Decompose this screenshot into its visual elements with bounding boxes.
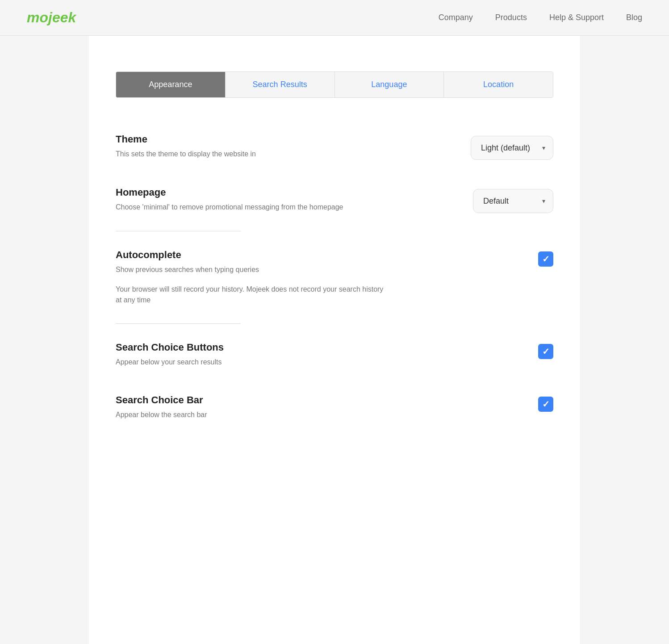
- autocomplete-desc-extra: Your browser will still record your hist…: [116, 284, 384, 305]
- search-choice-bar-info: Search Choice Bar Appear below the searc…: [116, 394, 384, 420]
- autocomplete-desc: Show previous searches when typing queri…: [116, 264, 384, 275]
- homepage-control[interactable]: Default Minimal: [473, 189, 553, 213]
- homepage-info: Homepage Choose 'minimal' to remove prom…: [116, 187, 384, 213]
- nav-help-support[interactable]: Help & Support: [549, 13, 604, 22]
- theme-title: Theme: [116, 134, 384, 145]
- homepage-select-wrapper[interactable]: Default Minimal: [473, 189, 553, 213]
- nav-company[interactable]: Company: [439, 13, 473, 22]
- search-choice-buttons-checkbox[interactable]: [538, 344, 553, 359]
- search-choice-buttons-setting: Search Choice Buttons Appear below your …: [116, 328, 553, 381]
- search-choice-buttons-control[interactable]: [538, 344, 553, 359]
- autocomplete-setting: Autocomplete Show previous searches when…: [116, 236, 553, 319]
- search-choice-buttons-desc: Appear below your search results: [116, 357, 384, 368]
- autocomplete-checkbox[interactable]: [538, 251, 553, 267]
- theme-select[interactable]: Light (default) Dark Auto: [471, 136, 553, 160]
- search-choice-bar-control[interactable]: [538, 397, 553, 412]
- settings-tabs: Appearance Search Results Language Locat…: [116, 71, 553, 98]
- homepage-setting: Homepage Choose 'minimal' to remove prom…: [116, 173, 553, 226]
- theme-setting: Theme This sets the theme to display the…: [116, 120, 553, 173]
- search-choice-bar-checkbox[interactable]: [538, 397, 553, 412]
- theme-control[interactable]: Light (default) Dark Auto: [471, 136, 553, 160]
- logo[interactable]: mojeek: [27, 9, 76, 26]
- search-choice-bar-setting: Search Choice Bar Appear below the searc…: [116, 381, 553, 434]
- search-choice-bar-desc: Appear below the search bar: [116, 410, 384, 420]
- divider-2: [116, 323, 241, 324]
- autocomplete-control[interactable]: [538, 251, 553, 267]
- search-choice-buttons-title: Search Choice Buttons: [116, 342, 384, 353]
- tab-appearance[interactable]: Appearance: [116, 72, 226, 97]
- tab-location[interactable]: Location: [444, 72, 553, 97]
- homepage-title: Homepage: [116, 187, 384, 198]
- tab-search-results[interactable]: Search Results: [226, 72, 335, 97]
- search-choice-buttons-info: Search Choice Buttons Appear below your …: [116, 342, 384, 368]
- theme-info: Theme This sets the theme to display the…: [116, 134, 384, 159]
- nav-products[interactable]: Products: [495, 13, 527, 22]
- search-choice-bar-title: Search Choice Bar: [116, 394, 384, 406]
- header: mojeek Company Products Help & Support B…: [0, 0, 669, 36]
- tab-language[interactable]: Language: [335, 72, 444, 97]
- divider-1: [116, 231, 241, 231]
- nav-blog[interactable]: Blog: [626, 13, 642, 22]
- homepage-desc: Choose 'minimal' to remove promotional m…: [116, 202, 384, 213]
- theme-desc: This sets the theme to display the websi…: [116, 149, 384, 159]
- autocomplete-info: Autocomplete Show previous searches when…: [116, 249, 384, 305]
- theme-select-wrapper[interactable]: Light (default) Dark Auto: [471, 136, 553, 160]
- autocomplete-title: Autocomplete: [116, 249, 384, 261]
- main-content: Appearance Search Results Language Locat…: [89, 36, 580, 644]
- main-nav: Company Products Help & Support Blog: [439, 13, 642, 22]
- homepage-select[interactable]: Default Minimal: [473, 189, 553, 213]
